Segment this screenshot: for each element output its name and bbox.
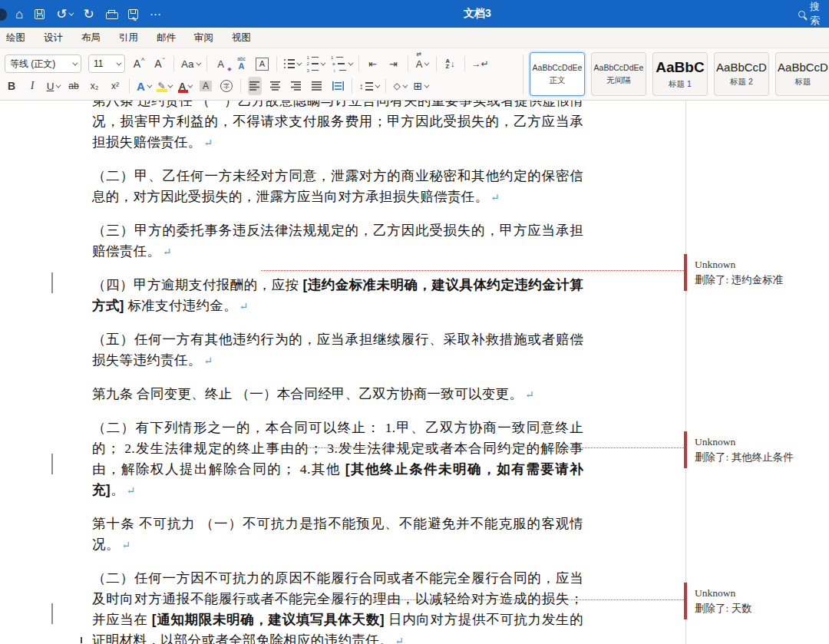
sort-button[interactable]: AZ↓ bbox=[444, 54, 457, 73]
paragraph: （二）任何一方因不可抗力的原因不能履行合同或者不能完全履行合同的，应当及时向对方… bbox=[92, 568, 583, 644]
character-border-button[interactable]: A bbox=[256, 54, 269, 73]
change-case-button[interactable]: Aa bbox=[181, 54, 200, 73]
text-cursor bbox=[81, 637, 82, 643]
italic-button[interactable]: I bbox=[25, 77, 39, 95]
print-icon[interactable] bbox=[106, 10, 117, 18]
tracked-change-line-3 bbox=[161, 599, 685, 600]
tracked-change-line-1 bbox=[261, 270, 685, 271]
comment-2[interactable]: Unknown 删除了: 其他终止条件 bbox=[695, 434, 794, 465]
paragraph-mark-icon: ↵ bbox=[122, 540, 131, 551]
strikethrough-button[interactable]: ab bbox=[67, 77, 81, 95]
increase-indent-button[interactable]: ⇥ bbox=[387, 54, 401, 73]
tracked-insert-text: [通知期限未明确，建议填写具体天数] bbox=[152, 612, 385, 627]
tab-布局[interactable]: 布局 bbox=[81, 31, 101, 45]
style-tile-标题 1[interactable]: AaBbC标题 1 bbox=[652, 52, 708, 96]
body-text: 第九条 合同变更、终止 （一）本合同经甲、乙双方协商一致可以变更。 bbox=[92, 386, 523, 401]
document-page[interactable]: 第八条 违约责任 （一）乙方故意隐瞒与订立合同有关的重要事实或者提供虚假情况，损… bbox=[0, 101, 685, 644]
markup-area-separator bbox=[685, 101, 686, 644]
style-tile-无间隔[interactable]: AaBbCcDdEe无间隔 bbox=[591, 52, 646, 96]
decrease-indent-button[interactable]: ⇤ bbox=[366, 54, 380, 73]
style-label: 标题 2 bbox=[730, 77, 753, 88]
comment-author: Unknown bbox=[695, 586, 752, 601]
text-effects-button[interactable]: A bbox=[137, 77, 150, 95]
align-left-button[interactable] bbox=[248, 77, 262, 95]
phonetic-guide-button[interactable]: abcA bbox=[235, 54, 249, 73]
grow-font-button[interactable]: A^ bbox=[132, 54, 146, 73]
superscript-button[interactable]: x² bbox=[108, 77, 122, 95]
search-icon bbox=[798, 11, 805, 18]
font-size-select[interactable]: 11 bbox=[88, 54, 125, 73]
align-center-button[interactable] bbox=[269, 77, 282, 95]
distribute-icon bbox=[332, 81, 344, 91]
comment-text: 删除了: 违约金标准 bbox=[695, 272, 783, 288]
paragraph: （五）任何一方有其他违约行为的，应当承担继续履行、采取补救措施或者赔偿损失等违约… bbox=[92, 329, 583, 372]
paragraph: 第十条 不可抗力 （一）不可抗力是指不能预见、不能避免并不能克服的客观情况。↵ bbox=[92, 514, 583, 556]
document-area: 第八条 违约责任 （一）乙方故意隐瞒与订立合同有关的重要事实或者提供虚假情况，损… bbox=[0, 101, 829, 644]
body-text: 第八条 违约责任 （一）乙方故意隐瞒与订立合同有关的重要事实或者提供虚假情况，损… bbox=[92, 101, 583, 150]
redo-icon[interactable]: ↻ bbox=[84, 8, 94, 21]
more-commands-icon[interactable]: ⋯ bbox=[150, 8, 161, 20]
comment-author: Unknown bbox=[695, 257, 783, 272]
home-icon[interactable]: ⌂ bbox=[15, 8, 23, 21]
comment-3[interactable]: Unknown 删除了: 天数 bbox=[695, 586, 752, 616]
justify-icon bbox=[312, 81, 322, 91]
numbering-button[interactable] bbox=[307, 54, 325, 73]
justify-button[interactable] bbox=[310, 77, 324, 95]
line-spacing-icon bbox=[365, 82, 373, 91]
underline-button[interactable]: U bbox=[46, 77, 60, 95]
distribute-button[interactable] bbox=[331, 77, 345, 95]
tab-邮件[interactable]: 邮件 bbox=[157, 31, 176, 45]
document-title: 文档3 bbox=[464, 0, 491, 28]
style-sample: AaBbCcD bbox=[716, 61, 767, 74]
borders-button[interactable]: ⊞ bbox=[414, 77, 428, 95]
font-name-select[interactable]: 等线 (正文) bbox=[5, 54, 81, 73]
shading-bucket-button[interactable]: ◇ bbox=[393, 77, 407, 95]
style-tile-标题[interactable]: AaBbCcD标题 bbox=[775, 52, 829, 96]
comment-text: 删除了: 其他终止条件 bbox=[695, 450, 794, 465]
body-text: 。 bbox=[111, 482, 124, 497]
tab-设计[interactable]: 设计 bbox=[44, 31, 63, 45]
style-label: 正文 bbox=[550, 75, 566, 86]
tab-引用[interactable]: 引用 bbox=[119, 31, 138, 45]
align-left-icon bbox=[249, 81, 260, 91]
comment-1[interactable]: Unknown 删除了: 违约金标准 bbox=[695, 257, 783, 288]
numbering-icon bbox=[307, 55, 319, 73]
undo-icon[interactable]: ↺ bbox=[56, 8, 71, 21]
body-text: 第十条 不可抗力 （一）不可抗力是指不能预见、不能避免并不能克服的客观情况。 bbox=[92, 516, 583, 552]
bullets-button[interactable] bbox=[284, 54, 300, 73]
comment-bar-3 bbox=[684, 583, 687, 619]
style-label: 标题 1 bbox=[669, 79, 692, 90]
asian-layout-button[interactable]: A bbox=[415, 54, 429, 73]
paragraph-mark-icon: ↵ bbox=[163, 246, 172, 258]
character-shading-button[interactable]: A bbox=[199, 77, 213, 95]
body-text: （五）任何一方有其他违约行为的，应当承担继续履行、采取补救措施或者赔偿损失等违约… bbox=[92, 332, 583, 368]
font-color-button[interactable]: A bbox=[178, 77, 192, 95]
save-icon[interactable] bbox=[35, 9, 45, 19]
ribbon-tabs: 绘图设计布局引用邮件审阅视图 bbox=[0, 28, 829, 48]
enclose-characters-button[interactable]: 字 bbox=[220, 77, 233, 95]
search-label: 搜索 bbox=[810, 0, 829, 28]
show-marks-button[interactable]: →↵ bbox=[472, 54, 489, 73]
paragraph-mark-icon: ↵ bbox=[203, 137, 213, 149]
style-sample: AaBbCcDdEe bbox=[594, 63, 644, 72]
clear-formatting-button[interactable]: A bbox=[214, 54, 228, 73]
style-tile-标题 2[interactable]: AaBbCcD标题 2 bbox=[714, 52, 769, 96]
paragraph: （二）有下列情形之一的，本合同可以终止： 1.甲、乙双方协商一致同意终止的； 2… bbox=[92, 418, 583, 501]
undo-caret-icon[interactable] bbox=[68, 10, 74, 15]
bold-button[interactable]: B bbox=[5, 77, 18, 95]
highlight-button[interactable]: ✎ bbox=[157, 77, 171, 95]
save-as-icon[interactable] bbox=[128, 9, 138, 19]
paragraph: 第八条 违约责任 （一）乙方故意隐瞒与订立合同有关的重要事实或者提供虚假情况，损… bbox=[92, 101, 583, 154]
multilevel-list-button[interactable] bbox=[331, 54, 352, 73]
search-control[interactable]: 搜索 bbox=[798, 0, 829, 28]
align-right-button[interactable] bbox=[289, 77, 303, 95]
shrink-font-button[interactable]: Aˇ bbox=[153, 54, 167, 73]
style-tile-正文[interactable]: AaBbCcDdEe正文 bbox=[530, 52, 585, 96]
tab-审阅[interactable]: 审阅 bbox=[194, 31, 213, 45]
line-spacing-button[interactable]: ↕ bbox=[359, 77, 378, 95]
paragraph: （二）甲、乙任何一方未经对方同意，泄露对方的商业秘密和其他约定的保密信息的，对方… bbox=[92, 166, 583, 208]
highlighter-icon: ✎ bbox=[157, 81, 165, 91]
tab-绘图[interactable]: 绘图 bbox=[6, 31, 25, 45]
subscript-button[interactable]: x₂ bbox=[88, 77, 101, 95]
tab-视图[interactable]: 视图 bbox=[232, 31, 251, 45]
